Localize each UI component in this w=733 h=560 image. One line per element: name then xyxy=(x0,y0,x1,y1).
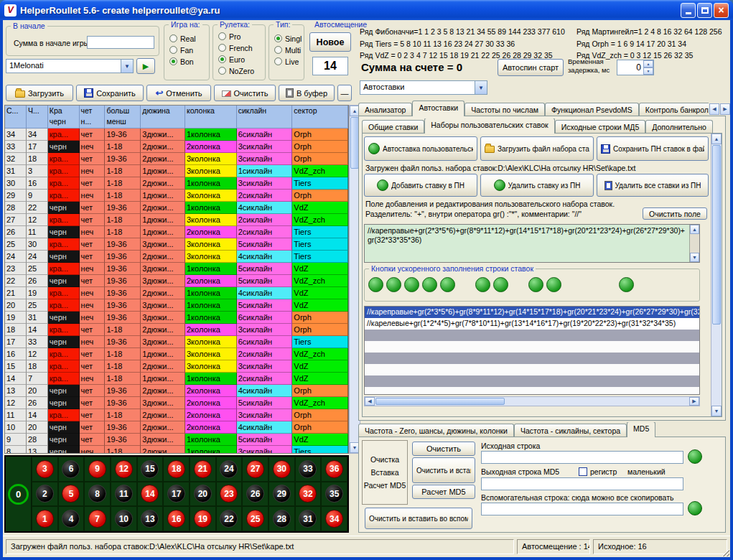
collapse-button[interactable]: — xyxy=(337,85,352,101)
start-sum-input[interactable] xyxy=(87,36,154,49)
md5-clear-button[interactable]: Очистить xyxy=(412,442,475,456)
history-row-18[interactable]: 1814кра...чет1-182дюжи...2колонка3сиклай… xyxy=(5,324,348,336)
radio-type-Singl[interactable]: Singl xyxy=(274,34,304,43)
bet-edit-field[interactable]: //кареправые+gr(2*3*5*6)+gr(8*9*11*12)+g… xyxy=(364,224,700,263)
radio-wheel-Pro[interactable]: Pro xyxy=(218,32,265,41)
sub-tab-0[interactable]: Общие ставки xyxy=(362,120,424,134)
autobets-combo[interactable]: Автоставки ▼ xyxy=(360,80,487,95)
board-cell-20[interactable]: 20 xyxy=(190,482,216,507)
board-cell-26[interactable]: 26 xyxy=(242,482,269,507)
radio-type-Multi[interactable]: Multi xyxy=(274,45,304,55)
scroll-up-icon[interactable]: ▲ xyxy=(711,134,722,144)
md5-clear-paste-button[interactable]: Очистить и вставить xyxy=(412,457,475,483)
quick-8-icon[interactable] xyxy=(528,277,543,292)
register-checkbox[interactable] xyxy=(579,467,587,476)
maximize-button[interactable] xyxy=(697,3,712,18)
board-cell-18[interactable]: 18 xyxy=(163,457,190,482)
board-cell-34[interactable]: 34 xyxy=(321,506,347,531)
board-cell-25[interactable]: 25 xyxy=(242,506,269,531)
history-row-32[interactable]: 3218кра...чет19-362дюжи...3колонка3сикла… xyxy=(5,153,348,165)
radio-type-Live[interactable]: Live xyxy=(274,57,304,66)
freq-tab-2[interactable]: MD5 xyxy=(627,422,655,437)
main-tab-4[interactable]: Контроль банкролла xyxy=(639,103,709,116)
minimize-button[interactable] xyxy=(681,3,696,18)
history-row-25[interactable]: 2530кра...чет19-363дюжи...3колонка5сикла… xyxy=(5,238,348,251)
load-button[interactable]: Загрузить xyxy=(6,85,73,101)
board-cell-31[interactable]: 31 xyxy=(295,506,322,531)
history-row-24[interactable]: 2424чернчет19-362дюжи...3колонка4сиклайн… xyxy=(5,251,348,263)
scroll-left-icon[interactable]: ◀ xyxy=(365,397,375,406)
board-cell-36[interactable]: 36 xyxy=(321,457,347,482)
radio-wheel-Euro[interactable]: Euro xyxy=(218,55,265,64)
quick-2-icon[interactable] xyxy=(386,277,401,292)
history-row-26[interactable]: 2611черннеч1-181дюжи...2колонка2сиклайнT… xyxy=(5,226,348,238)
save-bet-file-button[interactable]: Сохранить ПН ставок в файл xyxy=(597,136,709,161)
history-row-9[interactable]: 928чернчет19-363дюжи...1колонка5сиклайнV… xyxy=(5,434,348,446)
panel-scrollbar[interactable]: ▲ ▼ xyxy=(711,134,722,416)
scrollbar-thumb[interactable] xyxy=(712,145,721,325)
board-cell-2[interactable]: 2 xyxy=(32,482,58,507)
board-cell-0[interactable]: 0 xyxy=(6,457,32,531)
history-row-14[interactable]: 147кра...неч1-181дюжи...1колонка2сиклайн… xyxy=(5,373,348,385)
board-cell-24[interactable]: 24 xyxy=(216,457,243,482)
new-shift-button[interactable]: Новое xyxy=(309,32,351,52)
board-cell-16[interactable]: 16 xyxy=(163,506,190,531)
board-cell-27[interactable]: 27 xyxy=(242,457,269,482)
bet-list-item-1[interactable]: //карелевые+gr(1*2*4*5)+gr(7*8*10*11)+gr… xyxy=(365,318,699,330)
board-cell-21[interactable]: 21 xyxy=(190,457,216,482)
radio-wheel-French[interactable]: French xyxy=(218,43,265,52)
tab-scroll-right-icon[interactable]: ▶ xyxy=(720,103,730,115)
main-tab-1[interactable]: Автоставки xyxy=(412,101,464,116)
board-cell-19[interactable]: 19 xyxy=(190,506,216,531)
delete-bet-button[interactable]: Удалить ставку из ПН xyxy=(480,174,594,197)
history-row-22[interactable]: 2226чернчет19-363дюжи...2колонка5сиклайн… xyxy=(5,275,348,287)
quick-7-icon[interactable] xyxy=(493,277,508,292)
board-cell-6[interactable]: 6 xyxy=(58,457,85,482)
history-row-8[interactable]: 813черннеч1-182дюжи...1колонка3сиклайнTi… xyxy=(5,446,348,454)
sub-tab-2[interactable]: Исходные строки МД5 xyxy=(555,120,646,134)
history-row-21[interactable]: 2119кра...неч19-362дюжи...1колонка4сикла… xyxy=(5,287,348,299)
board-cell-14[interactable]: 14 xyxy=(137,482,164,507)
clear-button[interactable]: Очистить xyxy=(214,85,276,101)
close-button[interactable]: × xyxy=(714,3,729,18)
radio-wheel-NoZero[interactable]: NoZero xyxy=(218,66,265,75)
history-row-16[interactable]: 1612кра...чет1-181дюжи...3колонка2сиклай… xyxy=(5,348,348,360)
scroll-up-icon[interactable]: ▲ xyxy=(690,225,699,234)
history-row-33[interactable]: 3317черннеч1-182дюжи...2колонка3сиклайнO… xyxy=(5,141,348,153)
board-cell-4[interactable]: 4 xyxy=(58,506,85,531)
scroll-right-icon[interactable]: ▶ xyxy=(689,397,699,406)
freq-tab-0[interactable]: Частота - Zero, шансы, дюжины, колонки xyxy=(358,424,514,437)
start-profile-button[interactable]: ▶ xyxy=(136,58,155,74)
sub-tab-3[interactable]: Дополнительно xyxy=(645,120,713,134)
resize-grip[interactable] xyxy=(720,547,729,556)
history-row-30[interactable]: 3016кра...чет1-182дюжи...1колонка3сиклай… xyxy=(5,177,348,190)
chevron-down-icon[interactable]: ▼ xyxy=(121,60,133,73)
scroll-down-icon[interactable]: ▼ xyxy=(711,406,722,416)
history-row-17[interactable]: 1733черннеч19-363дюжи...3колонка6сиклайн… xyxy=(5,336,348,348)
board-cell-35[interactable]: 35 xyxy=(321,482,347,507)
history-row-11[interactable]: 1114кра...чет1-182дюжи...2колонка3сиклай… xyxy=(5,409,348,421)
board-cell-23[interactable]: 23 xyxy=(216,482,243,507)
to-buffer-button[interactable]: В буфер xyxy=(279,85,335,101)
history-row-27[interactable]: 2712кра...чет1-181дюжи...3колонка2сиклай… xyxy=(5,214,348,226)
main-tab-3[interactable]: Функционал PsevdoMS xyxy=(545,103,639,116)
history-row-10[interactable]: 1020чернчет19-362дюжи...2колонка4сиклайн… xyxy=(5,421,348,434)
history-row-29[interactable]: 299кра...неч1-181дюжи...3колонка2сиклайн… xyxy=(5,190,348,202)
history-row-20[interactable]: 2025кра...неч19-363дюжи...1колонка5сикла… xyxy=(5,299,348,312)
board-cell-29[interactable]: 29 xyxy=(269,482,295,507)
radio-game-Bon[interactable]: Bon xyxy=(169,57,209,66)
md5-source-input[interactable] xyxy=(481,451,683,464)
delay-spinner[interactable]: 0 ▲▼ xyxy=(617,60,654,75)
profile-combo[interactable]: 1Melonati ▼ xyxy=(6,59,134,73)
quick-6-icon[interactable] xyxy=(475,277,490,292)
radio-game-Real[interactable]: Real xyxy=(169,34,209,43)
history-row-23[interactable]: 2325кра...неч19-363дюжи...1колонка5сикла… xyxy=(5,263,348,275)
md5-calc-button[interactable]: Расчет MD5 xyxy=(412,485,475,499)
delete-all-bets-button[interactable]: Удалить все ставки из ПН xyxy=(597,174,709,197)
bet-list-item-0[interactable]: //кареправые+gr(2*3*5*6)+gr(8*9*11*12)+g… xyxy=(365,307,699,318)
board-cell-28[interactable]: 28 xyxy=(269,506,295,531)
save-button[interactable]: Сохранить xyxy=(76,85,144,101)
board-cell-1[interactable]: 1 xyxy=(32,506,58,531)
board-cell-12[interactable]: 12 xyxy=(111,457,137,482)
main-tab-2[interactable]: Частоты по числам xyxy=(464,103,545,116)
